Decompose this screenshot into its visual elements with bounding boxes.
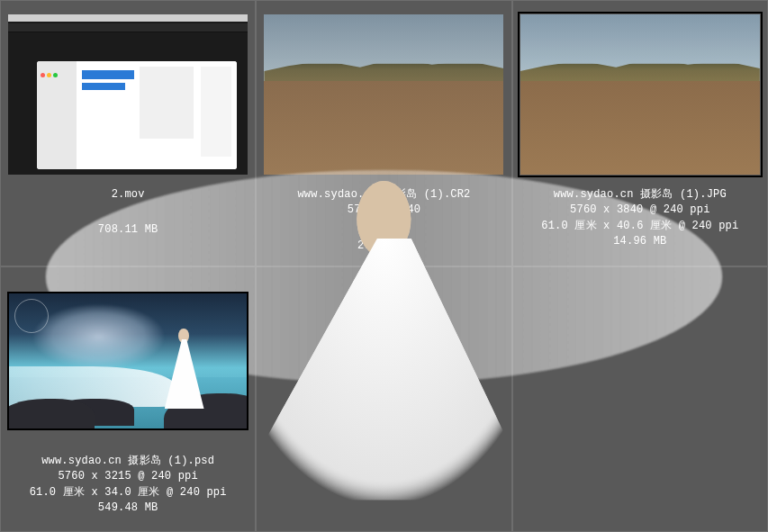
- file-dimensions: 5760 x 3215 @ 240 ppi: [30, 469, 227, 484]
- thumbnail-mov[interactable]: [8, 14, 248, 175]
- file-name: www.sydao.cn 摄影岛 (1).psd: [30, 454, 227, 469]
- file-meta: www.sydao.cn 摄影岛 (1).psd 5760 x 3215 @ 2…: [26, 454, 230, 517]
- thumbnail-area: [1, 267, 255, 454]
- thumbnail-cr2[interactable]: [264, 14, 503, 175]
- thumbnail-area: [257, 1, 510, 187]
- thumbnail-area: [513, 1, 767, 187]
- thumbnail-area: [1, 1, 255, 187]
- file-physical: 61.0 厘米 x 34.0 厘米 @ 240 ppi: [30, 485, 227, 500]
- thumbnail-psd[interactable]: [9, 293, 247, 428]
- file-cell[interactable]: www.sydao.cn 摄影岛 (1).JPG 5760 x 3840 @ 2…: [512, 0, 768, 266]
- thumbnail-grid: 2.mov 708.11 MB www.sydao.cn 摄影岛 (1).CR2…: [0, 0, 768, 532]
- thumbnail-jpg-selected[interactable]: [520, 14, 760, 175]
- file-size: 549.48 MB: [30, 500, 227, 516]
